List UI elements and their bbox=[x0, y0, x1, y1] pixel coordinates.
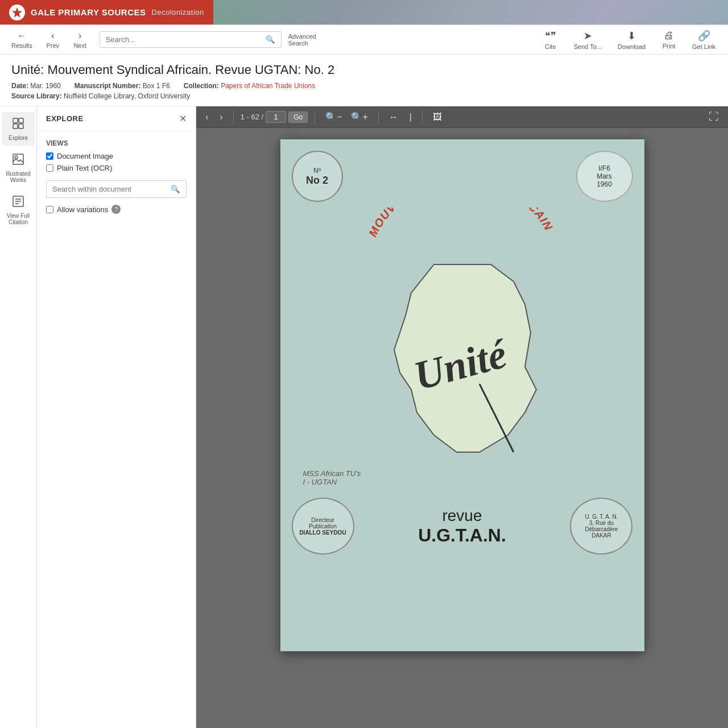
doc-collection: Collection: Papers of African Trade Unio… bbox=[184, 82, 315, 90]
send-to-icon: ➤ bbox=[584, 30, 592, 42]
citation-icon bbox=[11, 195, 25, 211]
search-within-button[interactable]: 🔍 bbox=[165, 181, 186, 197]
page-range-label: 1 - 62 / bbox=[241, 113, 263, 121]
header-image-bg bbox=[213, 0, 728, 24]
cite-button[interactable]: ❝❞ Cite bbox=[536, 27, 565, 52]
fit-width-button[interactable]: ↔ bbox=[386, 110, 402, 124]
viewer-sep3 bbox=[378, 110, 379, 124]
viewer-sep1 bbox=[233, 110, 234, 124]
plain-text-label: Plain Text (OCR) bbox=[57, 164, 112, 172]
director-name: DIALLO SEYDOU bbox=[299, 530, 346, 536]
toolbar-search-input[interactable] bbox=[100, 32, 260, 47]
document-title: Unité: Mouvement Syndical Africain. Revu… bbox=[11, 63, 717, 77]
back-label: Results bbox=[11, 42, 32, 49]
image-mode-button[interactable]: 🖼 bbox=[429, 110, 445, 124]
sidebar-item-illustrated[interactable]: Illustrated Works bbox=[2, 148, 35, 188]
brand-bar: GALE PRIMARY SOURCES Decolonization bbox=[0, 0, 213, 24]
print-label: Print bbox=[663, 43, 676, 49]
back-button[interactable]: ← Results bbox=[6, 28, 38, 51]
cover-issue-label: Nº bbox=[313, 167, 321, 175]
toolbar-search-button[interactable]: 🔍 bbox=[260, 32, 281, 47]
explore-label: Explore bbox=[9, 135, 28, 141]
sidebar-item-citation[interactable]: View Full Citation bbox=[2, 190, 35, 230]
document-image-label: Document Image bbox=[57, 152, 113, 160]
send-to-button[interactable]: ➤ Send To... bbox=[567, 27, 609, 52]
document-meta: Unité: Mouvement Syndical Africain. Revu… bbox=[0, 55, 728, 106]
ugtan-text: U.G.T.A.N. bbox=[418, 525, 506, 546]
viewer-next-button[interactable]: › bbox=[216, 110, 226, 124]
document-page: Nº No 2 I/F6 Mars 1960 bbox=[280, 139, 644, 651]
svg-text:MOUVEMENT SYNDICAL AFRICAIN: MOUVEMENT SYNDICAL AFRICAIN bbox=[366, 208, 555, 239]
cover-issue-number: No 2 bbox=[306, 175, 328, 187]
explore-title: EXPLORE bbox=[46, 114, 84, 123]
main-toolbar: ← Results ‹ Prev › Next 🔍 AdvancedSearch… bbox=[0, 25, 728, 55]
fit-height-button[interactable]: | bbox=[406, 110, 415, 124]
address-line3: DAKAR bbox=[592, 532, 611, 539]
zoom-out-button[interactable]: 🔍− bbox=[322, 110, 345, 124]
allow-variations-label: Allow variations bbox=[57, 205, 108, 214]
next-button[interactable]: › Next bbox=[68, 28, 93, 51]
send-to-label: Send To... bbox=[574, 43, 602, 50]
cover-stamp-line3: 1960 bbox=[597, 180, 612, 188]
advanced-search-link[interactable]: AdvancedSearch bbox=[288, 33, 316, 47]
cover-stamp-circle: I/F6 Mars 1960 bbox=[576, 151, 633, 202]
svg-marker-0 bbox=[12, 7, 22, 18]
page-number-input[interactable] bbox=[266, 111, 286, 123]
address-line1: U. G. T. A. N. bbox=[585, 514, 618, 520]
cite-icon: ❝❞ bbox=[545, 30, 556, 42]
cover-stamp-line1: I/F6 bbox=[598, 164, 610, 172]
zoom-out-icon: 🔍− bbox=[325, 112, 342, 122]
revue-text: revue bbox=[418, 507, 506, 525]
svg-rect-4 bbox=[19, 124, 23, 129]
explore-close-button[interactable]: ✕ bbox=[179, 113, 187, 124]
allow-variations-info[interactable]: ? bbox=[111, 205, 121, 214]
header-image-strip bbox=[213, 0, 728, 24]
search-within-icon: 🔍 bbox=[171, 185, 180, 193]
viewer-sep4 bbox=[422, 110, 423, 124]
advanced-search-label: AdvancedSearch bbox=[288, 33, 316, 47]
africa-map-svg: Unité bbox=[366, 259, 559, 464]
allow-variations-checkbox[interactable] bbox=[46, 206, 53, 213]
prev-label: Prev bbox=[46, 42, 59, 49]
search-within-container[interactable]: 🔍 bbox=[46, 180, 187, 198]
main-layout: Explore Illustrated Works bbox=[0, 106, 728, 728]
explore-panel: EXPLORE ✕ VIEWS Document Image Plain Tex… bbox=[37, 106, 196, 728]
svg-rect-5 bbox=[13, 154, 23, 164]
page-indicator: 1 - 62 / Go bbox=[241, 111, 308, 123]
sidebar-item-explore[interactable]: Explore bbox=[2, 112, 35, 146]
viewer-prev-button[interactable]: ‹ bbox=[202, 110, 212, 124]
download-label: Download bbox=[618, 43, 646, 50]
fullscreen-button[interactable]: ⛶ bbox=[705, 109, 722, 125]
collection-link[interactable]: Papers of African Trade Unions bbox=[221, 82, 315, 90]
prev-button[interactable]: ‹ Prev bbox=[40, 28, 65, 51]
cover-revue-ugtan: revue U.G.T.A.N. bbox=[418, 507, 506, 546]
cite-label: Cite bbox=[545, 43, 556, 50]
plain-text-checkbox[interactable] bbox=[46, 164, 53, 172]
svg-point-6 bbox=[15, 156, 18, 159]
download-button[interactable]: ⬇ Download bbox=[611, 27, 652, 52]
print-icon: 🖨 bbox=[664, 30, 674, 42]
back-icon: ← bbox=[17, 31, 26, 41]
document-info-row2: Source Library: Nuffield College Library… bbox=[11, 92, 717, 100]
next-label: Next bbox=[73, 42, 86, 49]
document-viewer: ‹ › 1 - 62 / Go 🔍− 🔍+ ↔ | 🖼 bbox=[196, 106, 728, 728]
toolbar-search[interactable]: 🔍 bbox=[100, 31, 282, 48]
doc-date: Date: Mar. 1960 bbox=[11, 82, 61, 90]
document-image-checkbox[interactable] bbox=[46, 152, 53, 160]
document-image-row: Document Image bbox=[46, 152, 187, 160]
doc-source-library: Source Library: Nuffield College Library… bbox=[11, 92, 190, 100]
citation-label: View Full Citation bbox=[4, 213, 32, 225]
cover-africa: Unité bbox=[292, 259, 633, 464]
search-within-input[interactable] bbox=[47, 181, 165, 197]
document-info: Date: Mar. 1960 Manuscript Number: Box 1… bbox=[11, 82, 717, 90]
viewer-sep2 bbox=[315, 110, 315, 124]
top-header: GALE PRIMARY SOURCES Decolonization bbox=[0, 0, 728, 25]
gale-logo bbox=[9, 5, 25, 20]
zoom-in-button[interactable]: 🔍+ bbox=[348, 110, 371, 124]
get-link-button[interactable]: 🔗 Get Link bbox=[685, 27, 722, 52]
cover-top-row: Nº No 2 I/F6 Mars 1960 bbox=[292, 151, 633, 202]
cover-issue-circle: Nº No 2 bbox=[292, 151, 343, 202]
print-button[interactable]: 🖨 Print bbox=[655, 27, 683, 52]
go-button[interactable]: Go bbox=[288, 111, 308, 123]
brand-subtitle: Decolonization bbox=[152, 8, 204, 16]
